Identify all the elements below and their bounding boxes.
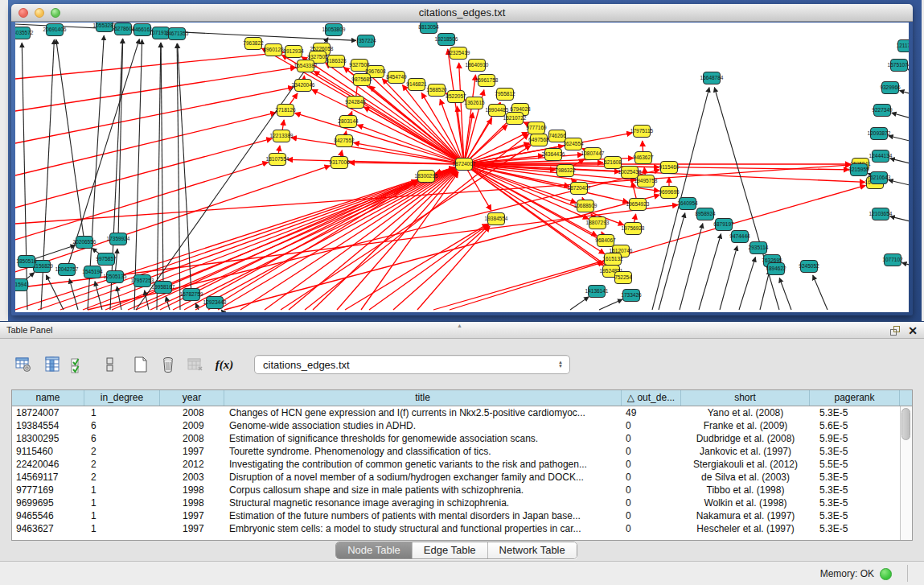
graph-node[interactable]: 9317006 — [329, 157, 350, 169]
graph-node[interactable]: 15751074 — [888, 60, 909, 72]
graph-node[interactable]: 19958167 — [152, 282, 175, 294]
graph-node[interactable]: 12042757 — [55, 264, 79, 276]
graph-node[interactable]: 1850516 — [16, 256, 37, 268]
column-header-out_de[interactable]: △ out_de... — [622, 390, 681, 406]
graph-node[interactable]: 16053809 — [322, 24, 346, 36]
graph-node[interactable]: 8958924 — [695, 208, 716, 220]
graph-node[interactable]: 18720407 — [568, 183, 591, 195]
table-row[interactable]: 977716911998Corpus callosum shape and si… — [12, 484, 912, 496]
graph-node[interactable]: 18107554 — [266, 154, 290, 166]
graph-node[interactable]: 9245052 — [799, 261, 819, 273]
graph-node[interactable]: 24035572 — [15, 27, 34, 39]
graph-node[interactable]: 9684067 — [595, 235, 616, 247]
graph-node[interactable]: 16210722 — [503, 113, 527, 125]
graph-node[interactable]: 8522057 — [446, 91, 466, 103]
graph-node[interactable]: 8427552 — [334, 135, 355, 147]
graph-node[interactable]: 20691406 — [43, 24, 67, 36]
float-panel-icon[interactable] — [890, 326, 900, 336]
graph-node[interactable]: 9699695 — [659, 187, 680, 199]
graph-node[interactable]: 6497568 — [528, 134, 549, 146]
graph-node[interactable]: 3624554 — [563, 138, 584, 150]
graph-node[interactable]: 7986322 — [555, 165, 576, 177]
graph-node[interactable]: 24364436 — [542, 149, 565, 161]
graph-node[interactable]: 1211704 — [897, 40, 909, 52]
column-header-in_degree[interactable]: in_degree — [84, 390, 160, 406]
graph-node[interactable]: 9777169 — [526, 122, 547, 134]
graph-node[interactable]: 1077102 — [882, 254, 903, 266]
graph-node[interactable]: 18807293 — [586, 217, 610, 229]
table-row[interactable]: 946362711997Embryonic stem cells: a mode… — [12, 522, 912, 535]
function-builder-icon[interactable]: f(x) — [214, 354, 235, 375]
graph-node[interactable]: 7955812 — [495, 89, 515, 101]
import-table-icon[interactable] — [185, 354, 206, 375]
graph-node[interactable]: 12213389 — [270, 130, 294, 142]
graph-node[interactable]: 2803144 — [338, 116, 359, 128]
graph-node[interactable]: 12093872 — [868, 128, 891, 140]
graph-node[interactable]: 9227349 — [872, 105, 893, 117]
graph-node[interactable]: 3915941 — [15, 279, 30, 291]
table-row[interactable]: 1830029562008Estimation of significance … — [12, 432, 912, 445]
table-row[interactable]: 1938455462009Genome-wide association stu… — [12, 419, 912, 432]
graph-node[interactable]: 9115460 — [659, 162, 680, 174]
graph-node[interactable]: 14671355 — [166, 28, 189, 40]
graph-node[interactable]: 16782759 — [180, 289, 203, 301]
create-table-icon[interactable] — [130, 354, 151, 375]
column-header-title[interactable]: title — [224, 390, 622, 406]
graph-node[interactable]: 8960128 — [263, 44, 284, 56]
row-height-icon[interactable] — [100, 354, 121, 375]
graph-node[interactable]: 8912934 — [283, 46, 304, 58]
table-row[interactable]: 1872400712008Changes of HCN gene express… — [12, 406, 912, 419]
tab-network-table[interactable]: Network Table — [488, 542, 577, 558]
network-svg[interactable]: 1872400779638228960128891293425226058932… — [15, 23, 909, 312]
graph-node[interactable]: 7357224 — [355, 35, 376, 47]
graph-node[interactable]: 19218506 — [435, 34, 458, 46]
graph-node[interactable]: 16543382 — [294, 60, 318, 72]
graph-node[interactable]: 8215955 — [848, 164, 869, 176]
graph-node[interactable]: 19495758 — [634, 175, 658, 187]
graph-node[interactable]: 9329966 — [880, 82, 901, 94]
show-columns-icon[interactable] — [42, 354, 63, 375]
select-columns-icon[interactable] — [68, 354, 88, 375]
graph-node[interactable]: 18640910 — [466, 60, 489, 72]
graph-node[interactable]: 9242848 — [345, 97, 366, 109]
splitter-handle-icon[interactable]: ▲ — [457, 323, 462, 328]
graph-node[interactable]: 9875685 — [351, 74, 372, 86]
graph-node[interactable]: 19384554 — [485, 213, 508, 225]
column-header-short[interactable]: short — [681, 390, 810, 406]
graph-node[interactable]: 7963822 — [243, 38, 264, 50]
table-row[interactable]: 911546021997Tourette syndrome. Phenomeno… — [12, 445, 912, 458]
graph-node[interactable]: 16648784 — [700, 72, 724, 84]
graph-node[interactable]: 6879197 — [713, 219, 734, 231]
graph-node[interactable]: 17957253 — [131, 275, 154, 287]
graph-node[interactable]: 1615132 — [602, 253, 623, 266]
graph-node[interactable]: 1362615 — [464, 97, 485, 109]
column-header-year[interactable]: year — [160, 390, 224, 406]
graph-node[interactable]: 2718126 — [275, 105, 296, 117]
graph-node[interactable]: 16961758 — [475, 75, 499, 87]
scrollbar-thumb[interactable] — [901, 408, 910, 440]
table-settings-icon[interactable] — [13, 354, 34, 375]
graph-node[interactable]: 10688609 — [574, 200, 598, 212]
network-window[interactable]: citations_edges.txt 18724007796382289601… — [11, 4, 913, 315]
tab-edge-table[interactable]: Edge Table — [413, 542, 488, 558]
graph-node[interactable]: 18724007 — [453, 159, 476, 171]
graph-node[interactable]: 9146821 — [406, 79, 427, 91]
column-header-pagerank[interactable]: pagerank — [810, 390, 900, 406]
graph-node[interactable]: 16210643 — [868, 172, 891, 184]
table-row[interactable]: 946554611997Estimation of the future num… — [12, 509, 912, 522]
graph-node[interactable]: 9474444 — [729, 231, 750, 243]
graph-node[interactable]: 1640954 — [677, 198, 698, 210]
graph-node[interactable]: 20206556 — [73, 237, 97, 249]
graph-node[interactable]: 17975115 — [630, 126, 654, 138]
table-selector-dropdown[interactable]: citations_edges.txt ▲▼ — [254, 355, 570, 374]
graph-node[interactable]: 8454749 — [386, 72, 407, 84]
graph-node[interactable]: 752254 — [614, 272, 632, 284]
graph-node[interactable]: 14136141 — [585, 286, 609, 298]
graph-node[interactable]: 1588520 — [426, 84, 447, 97]
graph-node[interactable]: 2935114 — [749, 242, 769, 254]
table-row[interactable]: 969969511998Structural magnetic resonanc… — [12, 496, 912, 509]
graph-node[interactable]: 12325419 — [447, 47, 470, 60]
table-vertical-scrollbar[interactable] — [900, 406, 912, 540]
graph-node[interactable]: 12103654 — [869, 208, 893, 220]
tab-node-table[interactable]: Node Table — [336, 542, 413, 558]
